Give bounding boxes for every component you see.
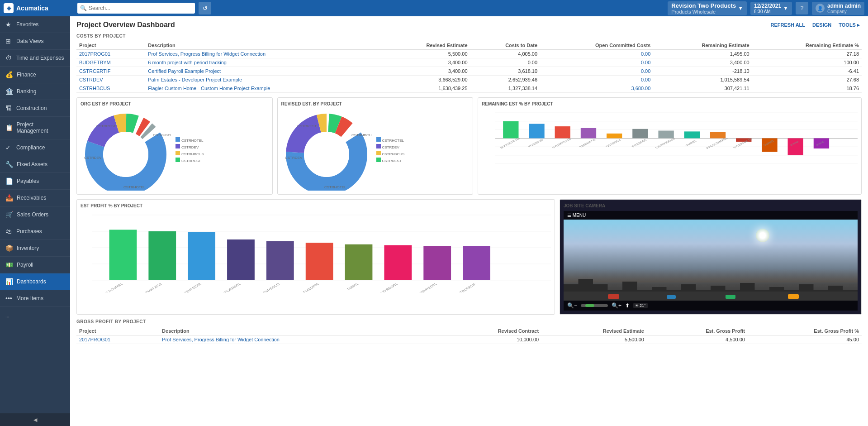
remaining-bar — [710, 132, 726, 138]
profit-bar — [463, 246, 490, 280]
page-header: Project Overview Dashboard REFRESH ALL D… — [76, 21, 862, 29]
search-box[interactable]: 🔍 — [77, 3, 195, 14]
history-button[interactable]: ↺ — [199, 2, 211, 14]
open-committed[interactable]: 0.00 — [540, 58, 653, 67]
sidebar-item-purchases[interactable]: 🛍 Purchases — [0, 223, 70, 240]
sidebar-item-receivables[interactable]: 📥 Receivables — [0, 190, 70, 206]
remaining-pct: 27.18 — [752, 50, 862, 58]
help-button[interactable]: ? — [796, 2, 808, 14]
costs-to-date: 3,618.10 — [470, 67, 541, 76]
zoom-in-icon[interactable]: 🔍+ — [612, 302, 621, 309]
logo[interactable]: ◈ Acumatica — [4, 3, 74, 13]
sidebar-item-banking[interactable]: 🏦 Banking — [0, 83, 70, 100]
sidebar-item-inventory[interactable]: 📦 Inventory — [0, 240, 70, 257]
open-committed[interactable]: 0.00 — [540, 76, 653, 84]
svg-text:PROFORMA01: PROFORMA01 — [217, 282, 242, 292]
project-description[interactable]: 6 month project with period tracking — [145, 58, 383, 67]
sidebar-item-fixed-assets[interactable]: 🔧 Fixed Assets — [0, 156, 70, 173]
sidebar-item-project-management[interactable]: 📋 Project Management — [0, 117, 70, 139]
sidebar-item-favorites[interactable]: ★ Favorites — [0, 16, 70, 33]
pin-icon: ... — [5, 313, 9, 318]
sidebar-label-banking: Banking — [17, 88, 36, 95]
remaining-est-svg: -150-100-50050100150BUDGETBYMFIXEDP06INT… — [495, 109, 858, 175]
datetime-area[interactable]: 12/22/2021 8:30 AM ▼ — [750, 2, 792, 15]
user-area[interactable]: 👤 admin admin Company — [812, 2, 864, 15]
gp-project-link[interactable]: 2017PROG01 — [76, 335, 159, 344]
construction-icon: 🏗 — [5, 105, 13, 112]
gp-description[interactable]: Prof Services, Progress Billing for Widg… — [159, 335, 437, 344]
org-est-title: ORG EST BY PROJECT — [81, 101, 269, 106]
project-link[interactable]: CSTRCERTIF — [76, 67, 145, 76]
col-costs-to-date: Costs to Date — [470, 41, 541, 50]
profit-bar — [227, 239, 255, 280]
gp-col-est-gross-profit: Est. Gross Profit — [647, 327, 748, 335]
project-link[interactable]: 2017PROG01 — [76, 50, 145, 58]
sidebar-label-payroll: Payroll — [17, 262, 33, 268]
sidebar-item-time-expenses[interactable]: ⏱ Time and Expenses — [0, 50, 70, 67]
project-description[interactable]: Certified Payroll Example Project — [145, 67, 383, 76]
sidebar-item-payroll[interactable]: 💵 Payroll — [0, 257, 70, 273]
charts-row-1: ORG EST BY PROJECT CSTRREST — [76, 97, 862, 195]
open-committed[interactable]: 0.00 — [540, 67, 653, 76]
camera-overlay — [564, 220, 858, 301]
zoom-out-icon[interactable]: 🔍− — [567, 302, 577, 309]
sidebar-item-compliance[interactable]: ✓ Compliance — [0, 139, 70, 156]
table-row: CSTRDEV Palm Estates - Developer Project… — [76, 76, 862, 84]
remaining-estimate: 1,495.00 — [653, 50, 752, 58]
costs-to-date: 4,005.00 — [470, 50, 541, 58]
open-committed[interactable]: 0.00 — [540, 50, 653, 58]
datetime-dropdown-icon: ▼ — [783, 5, 788, 11]
sidebar-label-sales-orders: Sales Orders — [17, 211, 48, 218]
sidebar-item-more[interactable]: ••• More Items — [0, 290, 70, 307]
sidebar-label-fixed-assets: Fixed Assets — [17, 161, 47, 168]
temperature-badge: ☀ 21° — [633, 303, 648, 308]
project-link[interactable]: CSTRHBCUS — [76, 84, 145, 93]
sidebar-item-construction[interactable]: 🏗 Construction — [0, 100, 70, 117]
gross-profit-table: Project Description Revised Contract Rev… — [76, 327, 862, 344]
user-icon: 👤 — [816, 4, 825, 13]
project-description[interactable]: Flagler Custom Home - Custom Home Projec… — [145, 84, 383, 93]
project-description[interactable]: Palm Estates - Developer Project Example — [145, 76, 383, 84]
open-committed[interactable]: 3,680.00 — [540, 84, 653, 93]
star-icon: ★ — [5, 21, 13, 28]
design-button[interactable]: DESIGN — [811, 21, 833, 29]
svg-text:CSTRHOTEL: CSTRHOTEL — [123, 185, 146, 189]
compliance-icon: ✓ — [5, 144, 13, 151]
company-selector[interactable]: Revision Two Products Products Wholesale… — [668, 1, 747, 15]
project-link[interactable]: BUDGETBYM — [76, 58, 145, 67]
sidebar-label-compliance: Compliance — [16, 144, 45, 151]
svg-text:CSTRREST: CSTRREST — [297, 124, 317, 128]
sidebar-item-dashboards[interactable]: 📊 Dashboards — [0, 273, 70, 290]
sidebar-item-sales-orders[interactable]: 🛒 Sales Orders — [0, 206, 70, 223]
time-display: 8:30 AM — [754, 9, 781, 14]
time-icon: ⏱ — [5, 54, 13, 62]
sidebar-pin[interactable]: ... — [0, 307, 70, 325]
sidebar-item-data-views[interactable]: ⊞ Data Views — [0, 33, 70, 50]
revised-estimate: 3,400.00 — [383, 58, 470, 67]
project-description[interactable]: Prof Services, Progress Billing for Widg… — [145, 50, 383, 58]
share-icon[interactable]: ⬆ — [625, 302, 630, 309]
remaining-pct: 100.00 — [752, 58, 862, 67]
zoom-slider[interactable] — [581, 304, 608, 307]
gp-col-revised-contract: Revised Contract — [437, 327, 541, 335]
costs-to-date: 1,327,338.14 — [470, 84, 541, 93]
remaining-estimate: 307,421.11 — [653, 84, 752, 93]
svg-text:BUDGETBYM: BUDGETBYM — [498, 137, 521, 149]
remaining-estimate: 1,015,589.54 — [653, 76, 752, 84]
sidebar-item-payables[interactable]: 📄 Payables — [0, 173, 70, 190]
svg-text:CSTRCERTIF: CSTRCERTIF — [454, 282, 477, 292]
project-link[interactable]: CSTRDEV — [76, 76, 145, 84]
sidebar-collapse-button[interactable]: ◀ — [0, 413, 70, 426]
sidebar-item-finance[interactable]: 💰 Finance — [0, 67, 70, 83]
refresh-all-button[interactable]: REFRESH ALL — [768, 21, 807, 29]
svg-text:CSTRDEV: CSTRDEV — [84, 156, 102, 160]
org-est-donut: CSTRREST CSTRHBCUS CSTRDEV CSTRHOTEL — [81, 109, 171, 191]
assets-icon: 🔧 — [5, 161, 13, 168]
svg-text:PROFORMA01: PROFORMA01 — [705, 137, 729, 150]
svg-text:FIXEDP06: FIXEDP06 — [527, 139, 545, 148]
tools-button[interactable]: TOOLS ▸ — [837, 21, 862, 29]
sidebar-label-receivables: Receivables — [17, 195, 46, 201]
search-input[interactable] — [89, 5, 192, 11]
remaining-bar — [684, 131, 700, 138]
remaining-estimate: 3,400.00 — [653, 58, 752, 67]
